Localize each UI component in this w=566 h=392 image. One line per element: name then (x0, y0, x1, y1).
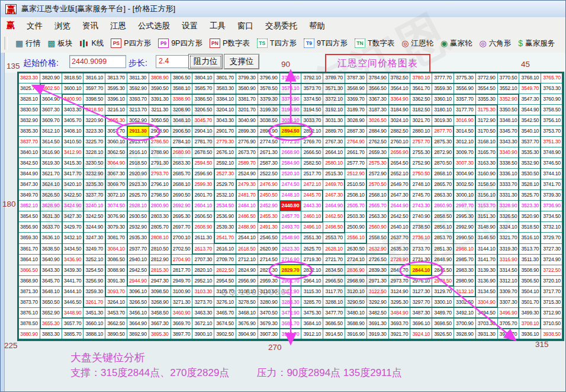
grid-cell: 3772.90 (476, 73, 498, 83)
toolbar-button-7[interactable]: T99T四方形 (300, 36, 351, 51)
grid-cell: 3168.10 (476, 137, 498, 147)
toolbar-button-1[interactable]: ▩板块 (44, 36, 76, 51)
menu-item-4[interactable]: 公式选股 (132, 19, 176, 33)
pressure-levels-text: 压力：90度2894点 135度2911点 (256, 367, 401, 378)
grid-cell: 2812.90 (149, 255, 171, 265)
grid-row: 3859.303636.103432.103247.303081.702935.… (18, 233, 563, 243)
grid-cell: 2467.30 (323, 190, 345, 201)
menu-item-5[interactable]: 设置 (176, 19, 204, 33)
grid-cell: 3700.90 (454, 319, 476, 329)
toolbar-button-6[interactable]: TST四方形 (253, 36, 300, 51)
grid-cell: 3506.50 (519, 276, 541, 287)
grid-cell: 3859.30 (18, 233, 40, 243)
grid-cell: 2584.90 (280, 158, 302, 169)
grid-cell: 2649.70 (389, 179, 411, 190)
key-level-cell: 2844.10 (410, 265, 432, 276)
grid-cell: 3040.90 (236, 115, 258, 126)
grid-cell: 2678.50 (192, 147, 214, 158)
grid-cell: 2628.10 (323, 244, 345, 255)
grid-cell: 2961.70 (280, 276, 302, 287)
grid-cell: 3796.90 (258, 73, 280, 83)
grid-cell: 2803.30 (149, 211, 171, 222)
toolbar-button-2[interactable]: K线 (76, 36, 107, 51)
grid-cell: 3669.70 (171, 319, 193, 329)
toolbar-button-12[interactable]: $赢家服务 (514, 36, 558, 51)
grid-cell: 2848.90 (432, 255, 454, 265)
grid-cell: 3520.90 (519, 211, 541, 222)
menu-item-2[interactable]: 资讯 (76, 19, 104, 33)
grid-cell: 2481.70 (236, 190, 258, 201)
grid-cell: 2956.90 (236, 276, 258, 287)
grid-row: 3861.703638.503434.503249.703084.102937.… (18, 244, 563, 255)
grid-cell: 3624.10 (40, 179, 62, 190)
grid-cell: 3782.50 (389, 73, 411, 83)
grid-cell: 3703.30 (476, 319, 498, 329)
grid-cell: 3038.50 (258, 115, 280, 126)
support-button[interactable]: 支撑位 (224, 54, 259, 69)
grid-cell: 3328.90 (498, 201, 520, 211)
grid-cell: 3470.50 (258, 308, 280, 319)
grid-cell: 3237.70 (83, 190, 105, 201)
grid-cell: 3835.30 (18, 126, 40, 137)
grid-cell: 2949.70 (171, 276, 193, 287)
grid-cell: 3580.90 (236, 83, 258, 94)
grid-cell: 2995.30 (454, 211, 476, 222)
grid-cell: 3348.10 (498, 115, 520, 126)
toolbar-button-10[interactable]: ◉赢家轮 (437, 36, 476, 51)
grid-cell: 3252.10 (83, 255, 105, 265)
grid-cell: 2604.10 (192, 201, 214, 211)
toolbar-button-0[interactable]: ▦行情 (12, 36, 44, 51)
grid-cell: 2990.50 (454, 233, 476, 243)
grid-cell: 3660.10 (83, 319, 105, 329)
grid-cell: 3799.30 (236, 73, 258, 83)
grid-cell: 2920.90 (127, 169, 149, 179)
grid-cell: 3268.90 (149, 297, 171, 308)
menu-item-7[interactable]: 窗口 (231, 19, 259, 33)
grid-cell: 2695.30 (171, 211, 193, 222)
grid-cell: 3612.10 (40, 126, 62, 137)
grid-cell: 3460.90 (171, 308, 193, 319)
menu-item-6[interactable]: 工具 (204, 19, 231, 33)
grid-cell: 3664.90 (127, 319, 149, 329)
grid-cell: 2733.70 (410, 244, 432, 255)
grid-cell: 3818.50 (62, 73, 84, 83)
toolbar-button-4[interactable]: P99P四方形 (155, 36, 206, 51)
start-price-input[interactable] (69, 55, 126, 68)
key-level-cell: 2894.50 (280, 126, 302, 137)
grid-cell: 3518.50 (519, 222, 541, 233)
grid-cell: 2635.30 (389, 244, 411, 255)
grid-cell: 2966.50 (323, 276, 345, 287)
toolbar-button-3[interactable]: PSP四方形 (107, 36, 155, 51)
grid-cell: 3645.70 (40, 276, 62, 287)
resistance-button[interactable]: 阻力位 (188, 54, 223, 69)
grid-cell: 2748.10 (410, 179, 432, 190)
grid-cell: 3300.10 (432, 297, 454, 308)
grid-cell: 2798.50 (149, 190, 171, 201)
grid-cell: 3576.10 (280, 83, 302, 94)
grid-cell: 3681.70 (280, 319, 302, 329)
grid-cell: 3230.50 (83, 158, 105, 169)
grid-row: 3840.103616.903412.903228.103062.502916.… (18, 147, 563, 158)
grid-cell: 2846.50 (432, 265, 454, 276)
toolbar-button-11[interactable]: ◎六角形 (476, 36, 515, 51)
grid-cell: 3880.90 (18, 329, 40, 340)
grid-cell: 3607.30 (40, 105, 62, 115)
grid-cell: 2563.30 (367, 211, 389, 222)
grid-cell: 2769.70 (301, 137, 323, 147)
toolbar-button-9[interactable]: ◎江恩轮 (398, 36, 437, 51)
toolbar-button-8[interactable]: TNT数字表 (351, 36, 398, 51)
menu-item-1[interactable]: 浏览 (49, 19, 76, 33)
menu-item-8[interactable]: 交易委托 (259, 19, 303, 33)
grid-cell: 2755.30 (410, 147, 432, 158)
menu-item-3[interactable]: 江恩 (104, 19, 132, 33)
toolbar-button-5[interactable]: PNP数字表 (206, 36, 253, 51)
menu-item-0[interactable]: 文件 (21, 19, 49, 33)
grid-cell: 3379.30 (258, 94, 280, 105)
grid-cell: 3729.70 (541, 233, 563, 243)
grid-cell: 3338.50 (498, 158, 520, 169)
grid-cell: 3808.90 (149, 73, 171, 83)
menu-item-9[interactable]: 帮助 (303, 19, 331, 33)
grid-cell: 2500.90 (345, 222, 367, 233)
grid-cell: 3904.90 (236, 329, 258, 340)
grid-cell: 3036.10 (280, 115, 302, 126)
